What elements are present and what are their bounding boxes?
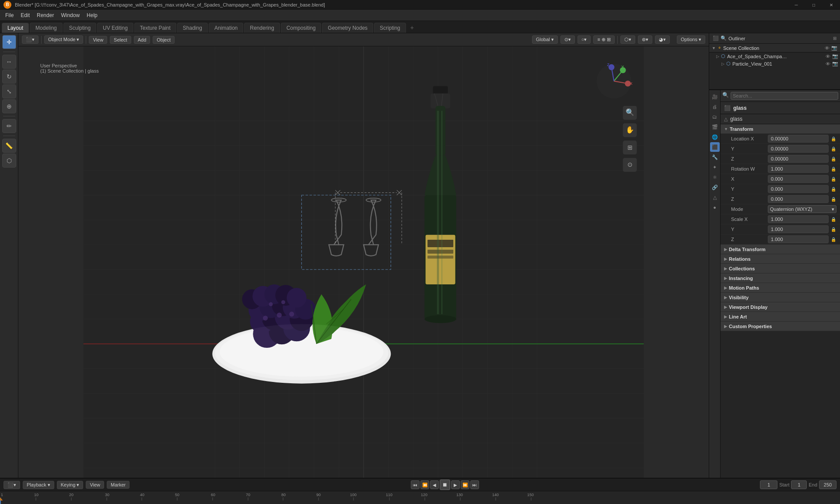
select-menu-button[interactable]: Select [110, 36, 131, 44]
rotation-z-lock[interactable]: 🔒 [830, 196, 836, 202]
rotation-y-value[interactable]: 0.000 [768, 185, 829, 193]
timeline-editor-type[interactable]: ⬛▾ [4, 481, 20, 489]
timeline-ruler[interactable]: 1 10 20 30 40 50 60 70 80 90 100 110 120… [0, 491, 840, 504]
menu-edit[interactable]: Edit [17, 11, 33, 19]
tab-scripting[interactable]: Scripting [374, 23, 406, 33]
transform-space-button[interactable]: Global ▾ [532, 35, 558, 44]
collections-header[interactable]: ▶ Collections [721, 264, 840, 273]
rotation-x-value[interactable]: 0.000 [768, 175, 829, 183]
add-workspace-button[interactable]: + [407, 22, 417, 33]
particles-properties-icon[interactable]: ✦ [710, 162, 720, 172]
play-prev-frame[interactable]: ⏪ [420, 480, 429, 489]
output-properties-icon[interactable]: 🖨 [710, 102, 720, 112]
custom-properties-header[interactable]: ▶ Custom Properties [721, 322, 840, 331]
constraints-properties-icon[interactable]: 🔗 [710, 182, 720, 192]
outliner-item-ace[interactable]: ▷ ⬡ Ace_of_Spades_Champagne_with_Grape 👁… [709, 52, 840, 60]
scale-y-lock[interactable]: 🔒 [830, 226, 836, 232]
instancing-header[interactable]: ▶ Instancing [721, 273, 840, 283]
location-y-value[interactable]: 0.00000 [768, 145, 829, 153]
menu-window[interactable]: Window [57, 11, 83, 19]
maximize-button[interactable]: □ [805, 0, 822, 10]
rotation-mode-select[interactable]: Quaternion (WXYZ) ▾ [768, 205, 836, 213]
location-y-lock[interactable]: 🔒 [830, 146, 836, 152]
data-properties-icon[interactable]: △ [710, 192, 720, 202]
tab-layout[interactable]: Layout [2, 23, 29, 33]
render-visibility[interactable]: 📷 [831, 45, 837, 51]
render-properties-icon[interactable]: 🎥 [710, 92, 720, 102]
location-z-value[interactable]: 0.00000 [768, 155, 829, 163]
add-object-tool[interactable]: ⬡ [2, 154, 16, 168]
location-z-lock[interactable]: 🔒 [830, 156, 836, 162]
play-last-frame[interactable]: ⏭ [470, 480, 479, 489]
eye-icon-ace[interactable]: 👁 [826, 54, 830, 59]
shading-mode-button[interactable]: ◕▾ [655, 35, 670, 44]
proportional-edit-button[interactable]: ○▾ [578, 35, 591, 44]
tab-sculpting[interactable]: Sculpting [63, 23, 96, 33]
rotation-z-value[interactable]: 0.000 [768, 195, 829, 203]
play-prev-keyframe[interactable]: ◀ [430, 480, 439, 489]
physics-properties-icon[interactable]: ⚛ [710, 172, 720, 182]
cursor-tool[interactable]: ✛ [2, 35, 16, 49]
overlay-button[interactable]: ⬡▾ [620, 35, 635, 44]
start-frame-input[interactable]: 1 [791, 480, 807, 489]
tab-texture-paint[interactable]: Texture Paint [134, 23, 176, 33]
scene-collection-arrow[interactable]: ▼ [712, 46, 716, 50]
minimize-button[interactable]: ─ [788, 0, 805, 10]
viewport-display-header[interactable]: ▶ Viewport Display [721, 302, 840, 312]
object-properties-icon[interactable]: ⬛ [710, 142, 720, 152]
material-properties-icon[interactable]: ● [710, 203, 720, 212]
scene-properties-icon[interactable]: 🎬 [710, 122, 720, 132]
rotation-x-lock[interactable]: 🔒 [830, 176, 836, 182]
object-menu-button[interactable]: Object [153, 36, 175, 44]
measure-tool[interactable]: 📏 [2, 139, 16, 153]
annotate-tool[interactable]: ✏ [2, 119, 16, 133]
prop-search-input[interactable] [731, 92, 838, 100]
rotation-w-value[interactable]: 1.000 [768, 165, 829, 173]
move-tool[interactable]: ↔ [2, 55, 16, 69]
tab-shading[interactable]: Shading [177, 23, 208, 33]
stop-button[interactable]: ⏹ [440, 480, 450, 490]
rotation-y-lock[interactable]: 🔒 [830, 186, 836, 192]
tab-animation[interactable]: Animation [209, 23, 243, 33]
menu-render[interactable]: Render [33, 11, 57, 19]
close-button[interactable]: ✕ [822, 0, 840, 10]
scale-x-value[interactable]: 1.000 [768, 215, 829, 223]
location-x-value[interactable]: 0.00000 [768, 135, 829, 143]
view-menu-button[interactable]: View [89, 36, 107, 44]
eye-visibility[interactable]: 👁 [825, 46, 830, 51]
play-next-frame[interactable]: ⏩ [461, 480, 469, 489]
menu-help[interactable]: Help [83, 11, 101, 19]
options-button[interactable]: Options ▾ [677, 35, 705, 44]
modifier-properties-icon[interactable]: 🔧 [710, 152, 720, 162]
playback-button[interactable]: Playback ▾ [23, 481, 54, 489]
play-next-keyframe[interactable]: ▶ [451, 480, 460, 489]
tab-geometry-nodes[interactable]: Geometry Nodes [322, 23, 373, 33]
current-frame-input[interactable]: 1 [760, 480, 777, 489]
tab-uv-editing[interactable]: UV Editing [97, 23, 133, 33]
timeline-view-button[interactable]: View [86, 481, 104, 489]
visibility-header[interactable]: ▶ Visibility [721, 293, 840, 302]
play-first-frame[interactable]: ⏮ [411, 480, 420, 489]
eye-icon-particle[interactable]: 👁 [826, 61, 830, 66]
scale-y-value[interactable]: 1.000 [768, 225, 829, 233]
scale-x-lock[interactable]: 🔒 [830, 216, 836, 222]
view-layer-icon[interactable]: 🗂 [710, 112, 720, 122]
viewport[interactable]: ⬛▾ Object Mode ▾ View Select Add Object … [18, 33, 709, 478]
line-art-header[interactable]: ▶ Line Art [721, 312, 840, 322]
world-properties-icon[interactable]: 🌐 [710, 132, 720, 142]
transform-tool[interactable]: ⊕ [2, 99, 16, 113]
relations-header[interactable]: ▶ Relations [721, 254, 840, 264]
keying-button[interactable]: Keying ▾ [57, 481, 84, 489]
rotation-w-lock[interactable]: 🔒 [830, 166, 836, 172]
render-icon-particle[interactable]: 📷 [832, 61, 838, 66]
gizmo-button[interactable]: ⊛▾ [638, 35, 652, 44]
render-icon-ace[interactable]: 📷 [832, 53, 838, 59]
scale-tool[interactable]: ⤡ [2, 84, 16, 98]
snap-button[interactable]: ⊙▾ [560, 35, 575, 44]
filter-icon[interactable]: ⊞ [833, 36, 836, 41]
motion-paths-header[interactable]: ▶ Motion Paths [721, 283, 840, 293]
location-x-lock[interactable]: 🔒 [830, 136, 836, 142]
rotate-tool[interactable]: ↻ [2, 70, 16, 84]
end-frame-input[interactable]: 250 [819, 480, 836, 489]
transform-section-header[interactable]: ▼ Transform [721, 124, 840, 134]
